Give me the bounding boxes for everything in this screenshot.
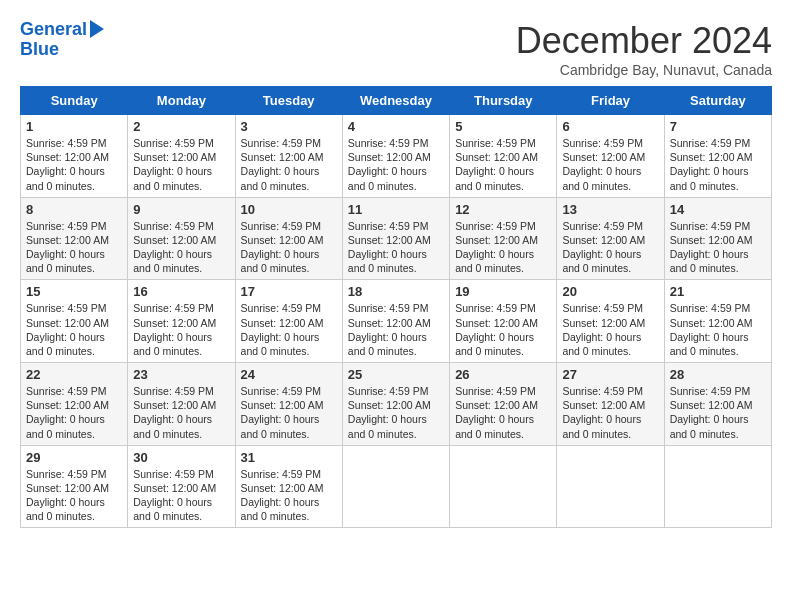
- day-info: Sunrise: 4:59 PMSunset: 12:00 AMDaylight…: [670, 384, 766, 441]
- calendar-table: SundayMondayTuesdayWednesdayThursdayFrid…: [20, 86, 772, 528]
- day-info: Sunrise: 4:59 PMSunset: 12:00 AMDaylight…: [455, 219, 551, 276]
- calendar-cell: 6Sunrise: 4:59 PMSunset: 12:00 AMDayligh…: [557, 115, 664, 198]
- day-info: Sunrise: 4:59 PMSunset: 12:00 AMDaylight…: [26, 467, 122, 524]
- calendar-header-wednesday: Wednesday: [342, 87, 449, 115]
- day-info: Sunrise: 4:59 PMSunset: 12:00 AMDaylight…: [348, 301, 444, 358]
- calendar-cell: 2Sunrise: 4:59 PMSunset: 12:00 AMDayligh…: [128, 115, 235, 198]
- day-number: 18: [348, 284, 444, 299]
- day-number: 3: [241, 119, 337, 134]
- calendar-header-tuesday: Tuesday: [235, 87, 342, 115]
- day-info: Sunrise: 4:59 PMSunset: 12:00 AMDaylight…: [241, 301, 337, 358]
- month-title: December 2024: [516, 20, 772, 62]
- logo-blue: Blue: [20, 39, 59, 59]
- calendar-week-row: 29Sunrise: 4:59 PMSunset: 12:00 AMDaylig…: [21, 445, 772, 528]
- day-info: Sunrise: 4:59 PMSunset: 12:00 AMDaylight…: [133, 301, 229, 358]
- day-number: 2: [133, 119, 229, 134]
- calendar-week-row: 1Sunrise: 4:59 PMSunset: 12:00 AMDayligh…: [21, 115, 772, 198]
- day-info: Sunrise: 4:59 PMSunset: 12:00 AMDaylight…: [348, 136, 444, 193]
- calendar-week-row: 22Sunrise: 4:59 PMSunset: 12:00 AMDaylig…: [21, 363, 772, 446]
- day-info: Sunrise: 4:59 PMSunset: 12:00 AMDaylight…: [133, 467, 229, 524]
- day-info: Sunrise: 4:59 PMSunset: 12:00 AMDaylight…: [670, 219, 766, 276]
- calendar-cell: 19Sunrise: 4:59 PMSunset: 12:00 AMDaylig…: [450, 280, 557, 363]
- calendar-header-saturday: Saturday: [664, 87, 771, 115]
- day-number: 12: [455, 202, 551, 217]
- calendar-cell: 8Sunrise: 4:59 PMSunset: 12:00 AMDayligh…: [21, 197, 128, 280]
- day-info: Sunrise: 4:59 PMSunset: 12:00 AMDaylight…: [26, 219, 122, 276]
- day-info: Sunrise: 4:59 PMSunset: 12:00 AMDaylight…: [562, 384, 658, 441]
- day-number: 16: [133, 284, 229, 299]
- calendar-week-row: 15Sunrise: 4:59 PMSunset: 12:00 AMDaylig…: [21, 280, 772, 363]
- calendar-cell: 21Sunrise: 4:59 PMSunset: 12:00 AMDaylig…: [664, 280, 771, 363]
- calendar-cell: 18Sunrise: 4:59 PMSunset: 12:00 AMDaylig…: [342, 280, 449, 363]
- calendar-cell: 28Sunrise: 4:59 PMSunset: 12:00 AMDaylig…: [664, 363, 771, 446]
- day-number: 20: [562, 284, 658, 299]
- calendar-cell: 22Sunrise: 4:59 PMSunset: 12:00 AMDaylig…: [21, 363, 128, 446]
- day-number: 30: [133, 450, 229, 465]
- day-info: Sunrise: 4:59 PMSunset: 12:00 AMDaylight…: [133, 136, 229, 193]
- calendar-cell: 11Sunrise: 4:59 PMSunset: 12:00 AMDaylig…: [342, 197, 449, 280]
- day-number: 27: [562, 367, 658, 382]
- calendar-cell: 10Sunrise: 4:59 PMSunset: 12:00 AMDaylig…: [235, 197, 342, 280]
- day-number: 14: [670, 202, 766, 217]
- calendar-cell: 26Sunrise: 4:59 PMSunset: 12:00 AMDaylig…: [450, 363, 557, 446]
- calendar-cell: 24Sunrise: 4:59 PMSunset: 12:00 AMDaylig…: [235, 363, 342, 446]
- day-number: 31: [241, 450, 337, 465]
- day-number: 29: [26, 450, 122, 465]
- day-number: 24: [241, 367, 337, 382]
- calendar-cell: 25Sunrise: 4:59 PMSunset: 12:00 AMDaylig…: [342, 363, 449, 446]
- day-number: 23: [133, 367, 229, 382]
- day-number: 15: [26, 284, 122, 299]
- day-info: Sunrise: 4:59 PMSunset: 12:00 AMDaylight…: [241, 384, 337, 441]
- day-info: Sunrise: 4:59 PMSunset: 12:00 AMDaylight…: [670, 301, 766, 358]
- calendar-cell: 17Sunrise: 4:59 PMSunset: 12:00 AMDaylig…: [235, 280, 342, 363]
- day-info: Sunrise: 4:59 PMSunset: 12:00 AMDaylight…: [562, 136, 658, 193]
- day-number: 5: [455, 119, 551, 134]
- calendar-cell: 16Sunrise: 4:59 PMSunset: 12:00 AMDaylig…: [128, 280, 235, 363]
- calendar-header-row: SundayMondayTuesdayWednesdayThursdayFrid…: [21, 87, 772, 115]
- calendar-cell: 12Sunrise: 4:59 PMSunset: 12:00 AMDaylig…: [450, 197, 557, 280]
- calendar-cell: 15Sunrise: 4:59 PMSunset: 12:00 AMDaylig…: [21, 280, 128, 363]
- day-number: 13: [562, 202, 658, 217]
- day-number: 8: [26, 202, 122, 217]
- day-info: Sunrise: 4:59 PMSunset: 12:00 AMDaylight…: [455, 301, 551, 358]
- day-info: Sunrise: 4:59 PMSunset: 12:00 AMDaylight…: [455, 136, 551, 193]
- day-info: Sunrise: 4:59 PMSunset: 12:00 AMDaylight…: [455, 384, 551, 441]
- day-number: 1: [26, 119, 122, 134]
- calendar-cell: 31Sunrise: 4:59 PMSunset: 12:00 AMDaylig…: [235, 445, 342, 528]
- day-number: 17: [241, 284, 337, 299]
- location-subtitle: Cambridge Bay, Nunavut, Canada: [516, 62, 772, 78]
- calendar-cell: 30Sunrise: 4:59 PMSunset: 12:00 AMDaylig…: [128, 445, 235, 528]
- day-number: 10: [241, 202, 337, 217]
- calendar-cell: 1Sunrise: 4:59 PMSunset: 12:00 AMDayligh…: [21, 115, 128, 198]
- calendar-cell: [557, 445, 664, 528]
- day-info: Sunrise: 4:59 PMSunset: 12:00 AMDaylight…: [26, 136, 122, 193]
- day-info: Sunrise: 4:59 PMSunset: 12:00 AMDaylight…: [241, 467, 337, 524]
- calendar-cell: 4Sunrise: 4:59 PMSunset: 12:00 AMDayligh…: [342, 115, 449, 198]
- calendar-cell: 14Sunrise: 4:59 PMSunset: 12:00 AMDaylig…: [664, 197, 771, 280]
- day-info: Sunrise: 4:59 PMSunset: 12:00 AMDaylight…: [670, 136, 766, 193]
- day-number: 22: [26, 367, 122, 382]
- page-header: General Blue December 2024 Cambridge Bay…: [20, 20, 772, 78]
- calendar-header-friday: Friday: [557, 87, 664, 115]
- calendar-cell: 27Sunrise: 4:59 PMSunset: 12:00 AMDaylig…: [557, 363, 664, 446]
- day-number: 4: [348, 119, 444, 134]
- calendar-cell: 13Sunrise: 4:59 PMSunset: 12:00 AMDaylig…: [557, 197, 664, 280]
- calendar-cell: [664, 445, 771, 528]
- day-info: Sunrise: 4:59 PMSunset: 12:00 AMDaylight…: [26, 301, 122, 358]
- day-info: Sunrise: 4:59 PMSunset: 12:00 AMDaylight…: [133, 219, 229, 276]
- day-number: 19: [455, 284, 551, 299]
- calendar-header-thursday: Thursday: [450, 87, 557, 115]
- calendar-cell: 29Sunrise: 4:59 PMSunset: 12:00 AMDaylig…: [21, 445, 128, 528]
- title-block: December 2024 Cambridge Bay, Nunavut, Ca…: [516, 20, 772, 78]
- day-number: 9: [133, 202, 229, 217]
- calendar-cell: 7Sunrise: 4:59 PMSunset: 12:00 AMDayligh…: [664, 115, 771, 198]
- logo-general: General: [20, 19, 87, 39]
- day-info: Sunrise: 4:59 PMSunset: 12:00 AMDaylight…: [562, 301, 658, 358]
- calendar-cell: 5Sunrise: 4:59 PMSunset: 12:00 AMDayligh…: [450, 115, 557, 198]
- day-info: Sunrise: 4:59 PMSunset: 12:00 AMDaylight…: [348, 219, 444, 276]
- day-number: 7: [670, 119, 766, 134]
- day-number: 26: [455, 367, 551, 382]
- day-number: 21: [670, 284, 766, 299]
- day-number: 6: [562, 119, 658, 134]
- day-number: 11: [348, 202, 444, 217]
